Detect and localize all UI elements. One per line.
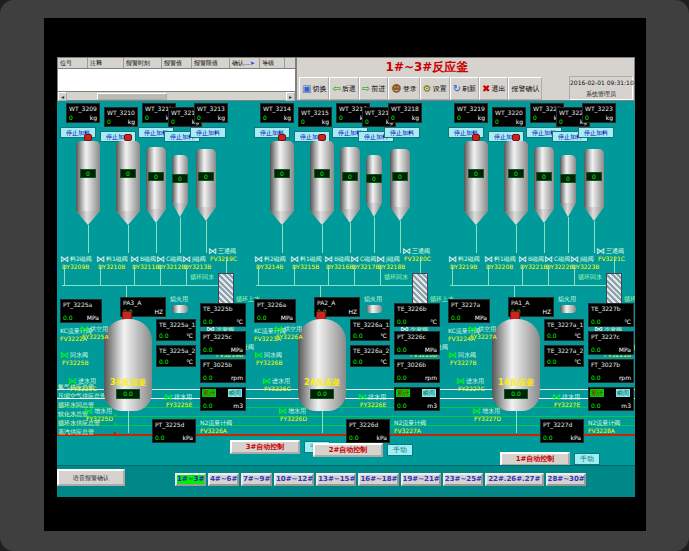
water-valve-icon[interactable]: ⋈ bbox=[254, 351, 263, 359]
totalizer-total-button[interactable]: 累计 bbox=[590, 389, 604, 397]
reactor-section-3#: WT_32090kg停止加料WT_32100kg停止加料WT_32110kg停止… bbox=[60, 57, 250, 497]
page-button-13#~15#[interactable]: 13#~15# bbox=[316, 473, 356, 486]
solenoid-valve-code: DY3211B bbox=[132, 263, 159, 270]
tank-level-display: 0 bbox=[148, 172, 164, 181]
solenoid-valve-icon[interactable]: ⋈ bbox=[290, 255, 299, 263]
page-button-7#~9#[interactable]: 7#~9# bbox=[241, 473, 272, 486]
water-valve-icon[interactable]: ⋈ bbox=[472, 407, 481, 415]
solenoid-valve-icon[interactable]: ⋈ bbox=[376, 255, 385, 263]
pipe-line bbox=[180, 217, 181, 253]
solenoid-valve-icon[interactable]: ⋈ bbox=[518, 255, 527, 263]
totalizer-total-button[interactable]: 累计 bbox=[202, 389, 216, 397]
auto-control-button-2#[interactable]: 2#自动控制 bbox=[313, 443, 383, 457]
temperature-readout: TE_3225a_10.0℃ bbox=[156, 319, 196, 341]
water-valve-icon[interactable]: ⋈ bbox=[60, 351, 69, 359]
bottom-pressure-readout: PT_3226d0.0kPa bbox=[346, 419, 390, 443]
right-readout: PT_3225c0.0MPa bbox=[200, 331, 246, 355]
readout-tag: TE_3226a_1 bbox=[353, 321, 389, 328]
solenoid-valve-icon[interactable]: ⋈ bbox=[544, 255, 553, 263]
readout-value: 0.0 bbox=[397, 374, 407, 381]
hmi-screen: 位号注释报警时刻报警值报警限值确认...➤等级 ◂ ▸ 1#~3#反应釜 ▣切换… bbox=[57, 57, 635, 497]
temperature-readout: TE_3226a_10.0℃ bbox=[350, 319, 390, 341]
water-valve-icon[interactable]: ⋈ bbox=[552, 393, 561, 401]
solenoid-valve-icon[interactable]: ⋈ bbox=[484, 255, 493, 263]
water-valve-icon[interactable]: ⋈ bbox=[80, 325, 89, 333]
readout-value: 0.0 bbox=[349, 434, 359, 441]
manual-button-1#[interactable]: 手动 bbox=[574, 453, 600, 465]
water-valve-icon[interactable]: ⋈ bbox=[448, 351, 457, 359]
tank-hopper bbox=[534, 209, 554, 223]
water-valve-code: FY3225E bbox=[166, 401, 192, 408]
solenoid-valve-icon[interactable]: ⋈ bbox=[350, 255, 359, 263]
condenser-inlet-label: 循环回水 bbox=[578, 273, 602, 282]
stop-feed-button[interactable]: 停止加料 bbox=[190, 127, 226, 138]
auto-control-button-1#[interactable]: 1#自动控制 bbox=[500, 452, 570, 466]
solenoid-valve-icon[interactable]: ⋈ bbox=[254, 255, 263, 263]
water-valve-icon[interactable]: ⋈ bbox=[456, 377, 465, 385]
solenoid-valve-icon[interactable]: ⋈ bbox=[96, 255, 105, 263]
water-valve-code: FY3226B bbox=[256, 359, 283, 366]
water-valve-code: FY3226A bbox=[276, 333, 303, 340]
pipe-line bbox=[88, 225, 89, 253]
three-way-valve-icon[interactable]: ⋈ bbox=[402, 247, 411, 255]
readout-value: 0 bbox=[559, 118, 563, 125]
page-button-4#~6#[interactable]: 4#~6# bbox=[208, 473, 239, 486]
page-button-28#~30#[interactable]: 28#~30# bbox=[546, 473, 586, 486]
weight-readout: WT_32190kg bbox=[454, 103, 488, 123]
tank-cap bbox=[84, 134, 92, 141]
water-valve-icon[interactable]: ⋈ bbox=[262, 377, 271, 385]
water-valve-icon[interactable]: ⋈ bbox=[274, 325, 283, 333]
water-valve-icon[interactable]: ⋈ bbox=[84, 407, 93, 415]
stop-feed-button[interactable]: 停止加料 bbox=[578, 127, 614, 138]
totalizer-total-button[interactable]: 累计 bbox=[396, 389, 410, 397]
readout-unit: HZ bbox=[154, 308, 163, 315]
solenoid-valve-icon[interactable]: ⋈ bbox=[130, 255, 139, 263]
pressure-readout: PT_3227a0.0MPa bbox=[448, 299, 490, 323]
readout-tag: FT_3027b bbox=[591, 361, 620, 368]
page-button-19#~21#[interactable]: 19#~21# bbox=[401, 473, 441, 486]
totalizer-instant-button[interactable]: 瞬间 bbox=[616, 389, 630, 397]
solenoid-valve-icon[interactable]: ⋈ bbox=[324, 255, 333, 263]
readout-unit: m3 bbox=[621, 402, 631, 409]
solenoid-valve-icon[interactable]: ⋈ bbox=[156, 255, 165, 263]
three-way-valve-icon[interactable]: ⋈ bbox=[208, 247, 217, 255]
manual-button-2#[interactable]: 手动 bbox=[387, 444, 413, 456]
tank-hopper bbox=[366, 203, 382, 217]
readout-unit: MPa bbox=[87, 314, 99, 321]
readout-value: 0 bbox=[301, 118, 305, 125]
weight-readout: WT_32130kg bbox=[194, 103, 228, 123]
three-way-valve-icon[interactable]: ⋈ bbox=[596, 247, 605, 255]
readout-unit: kPa bbox=[571, 434, 582, 441]
solenoid-valve-icon[interactable]: ⋈ bbox=[182, 255, 191, 263]
tank-level-display: 0 bbox=[366, 174, 382, 183]
page-button-22#.26#.27#[interactable]: 22#.26#.27# bbox=[485, 473, 544, 486]
totalizer-instant-button[interactable]: 瞬间 bbox=[228, 389, 242, 397]
reactor-section-1#: WT_32190kg停止加料WT_32200kg停止加料WT_32210kg停止… bbox=[448, 57, 635, 497]
water-valve-icon[interactable]: ⋈ bbox=[358, 393, 367, 401]
readout-value: 0.0 bbox=[203, 346, 213, 353]
water-valve-icon[interactable]: ⋈ bbox=[468, 325, 477, 333]
condenser-inlet-label: 循环回水 bbox=[384, 273, 408, 282]
readout-tag: WT_3213 bbox=[197, 105, 225, 112]
readout-tag: PT_3225a bbox=[63, 301, 92, 308]
solenoid-valve-icon[interactable]: ⋈ bbox=[60, 255, 69, 263]
stop-feed-button[interactable]: 停止加料 bbox=[384, 127, 420, 138]
water-valve-icon[interactable]: ⋈ bbox=[68, 377, 77, 385]
solenoid-valve-icon[interactable]: ⋈ bbox=[448, 255, 457, 263]
readout-unit: HZ bbox=[348, 308, 357, 315]
water-valve-icon[interactable]: ⋈ bbox=[164, 393, 173, 401]
page-button-1#~3#[interactable]: 1#~3# bbox=[175, 473, 206, 486]
voice-alarm-ack-button[interactable]: 语音报警确认 bbox=[57, 469, 125, 486]
pipe-line bbox=[452, 265, 453, 285]
page-button-16#~18#[interactable]: 16#~18# bbox=[358, 473, 398, 486]
water-valve-icon[interactable]: ⋈ bbox=[278, 407, 287, 415]
pipe-line bbox=[206, 221, 207, 253]
readout-unit: kg bbox=[128, 118, 135, 125]
totalizer-instant-button[interactable]: 瞬间 bbox=[422, 389, 436, 397]
page-button-23#~25#[interactable]: 23#~25# bbox=[443, 473, 483, 486]
page-button-10#~12#[interactable]: 10#~12# bbox=[274, 473, 314, 486]
water-valve-code: FY3227B bbox=[450, 359, 477, 366]
solenoid-valve-icon[interactable]: ⋈ bbox=[570, 255, 579, 263]
pipe-line bbox=[258, 265, 259, 285]
water-valve-code: FY3226E bbox=[360, 401, 386, 408]
